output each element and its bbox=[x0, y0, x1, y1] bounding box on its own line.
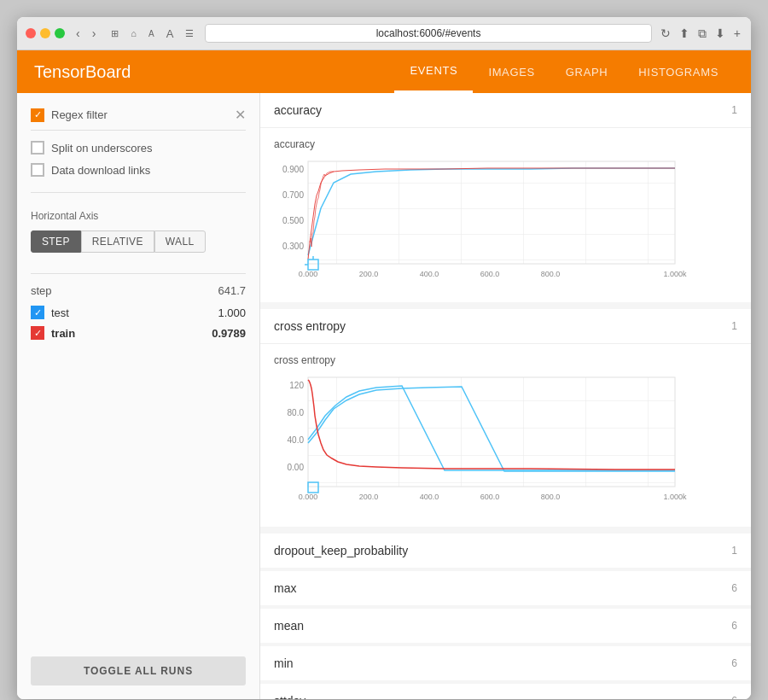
add-tab-icon[interactable]: + bbox=[732, 25, 742, 43]
split-underscores-row: Split on underscores bbox=[31, 141, 246, 155]
svg-text:800.0: 800.0 bbox=[541, 270, 561, 278]
filter-checkbox[interactable]: ✓ bbox=[31, 108, 44, 122]
nav-images[interactable]: IMAGES bbox=[473, 50, 550, 93]
check-icon: ✓ bbox=[34, 328, 42, 339]
split-underscores-checkbox[interactable] bbox=[31, 141, 44, 155]
svg-text:600.0: 600.0 bbox=[480, 493, 500, 501]
run-train-name: train bbox=[51, 327, 212, 340]
traffic-lights bbox=[26, 28, 65, 38]
tensorboard-header: TensorBoard EVENTS IMAGES GRAPH HISTOGRA… bbox=[17, 50, 751, 93]
address-bar[interactable]: localhost:6006/#events bbox=[205, 24, 651, 43]
download-icon[interactable]: ⬇ bbox=[713, 25, 727, 43]
cross-entropy-svg: 120 80.0 40.0 0.00 0.000 200.0 400.0 600… bbox=[274, 373, 692, 510]
svg-text:600.0: 600.0 bbox=[480, 270, 500, 278]
home-button[interactable]: ⌂ bbox=[126, 26, 141, 42]
dropout-header: dropout_keep_probability 1 bbox=[260, 534, 751, 568]
run-test-value: 1.000 bbox=[218, 306, 246, 319]
axis-buttons: STEP RELATIVE WALL bbox=[31, 230, 246, 253]
accuracy-section: accuracy 1 accuracy bbox=[260, 93, 751, 302]
cross-entropy-chart-container: cross entropy 120 80.0 bbox=[260, 344, 751, 527]
accuracy-chart: 0.900 0.700 0.500 0.300 0.000 200.0 400.… bbox=[274, 157, 737, 289]
axis-step-button[interactable]: STEP bbox=[31, 230, 81, 253]
nav-events[interactable]: EVENTS bbox=[394, 50, 473, 93]
svg-text:1.000k: 1.000k bbox=[663, 493, 687, 501]
horizontal-axis-title: Horizontal Axis bbox=[31, 210, 246, 222]
mean-section: mean 6 bbox=[260, 609, 751, 643]
stddev-count: 6 bbox=[731, 695, 737, 699]
cross-entropy-chart: 120 80.0 40.0 0.00 0.000 200.0 400.0 600… bbox=[274, 373, 737, 513]
svg-text:800.0: 800.0 bbox=[541, 493, 561, 501]
reader-button[interactable]: ☰ bbox=[181, 26, 198, 42]
min-count: 6 bbox=[731, 657, 737, 669]
maximize-button[interactable] bbox=[55, 28, 65, 38]
step-value: 641.7 bbox=[218, 284, 246, 297]
svg-text:200.0: 200.0 bbox=[359, 270, 379, 278]
nav-buttons: ‹ › bbox=[72, 25, 100, 42]
sidebar-spacer bbox=[31, 347, 246, 656]
step-label: step bbox=[31, 284, 52, 297]
filter-row: ✓ Regex filter ✕ bbox=[31, 107, 246, 131]
min-header: min 6 bbox=[260, 646, 751, 680]
run-train-value: 0.9789 bbox=[212, 327, 246, 340]
max-title: max bbox=[274, 581, 296, 595]
tb-body: ✓ Regex filter ✕ Split on underscores Da… bbox=[17, 93, 751, 699]
mean-header: mean 6 bbox=[260, 609, 751, 643]
check-icon: ✓ bbox=[34, 307, 42, 318]
stddev-header: sttdev 6 bbox=[260, 684, 751, 699]
browser-window: ‹ › ⊞ ⌂ A A ☰ localhost:6006/#events ↻ ⬆… bbox=[17, 17, 751, 699]
main-nav: EVENTS IMAGES GRAPH HISTOGRAMS bbox=[394, 50, 734, 93]
data-download-checkbox[interactable] bbox=[31, 163, 44, 177]
accuracy-title: accuracy bbox=[274, 103, 322, 117]
svg-text:120: 120 bbox=[289, 381, 304, 390]
accuracy-svg: 0.900 0.700 0.500 0.300 0.000 200.0 400.… bbox=[274, 157, 692, 285]
svg-text:400.0: 400.0 bbox=[420, 493, 439, 501]
cross-entropy-chart-title: cross entropy bbox=[274, 354, 737, 366]
toggle-all-runs-button[interactable]: TOGGLE ALL RUNS bbox=[31, 656, 246, 685]
svg-text:40.0: 40.0 bbox=[288, 435, 305, 445]
min-section: min 6 bbox=[260, 646, 751, 680]
refresh-icon[interactable]: ↻ bbox=[659, 25, 672, 43]
browser-chrome: ‹ › ⊞ ⌂ A A ☰ localhost:6006/#events ↻ ⬆… bbox=[17, 17, 751, 50]
mean-count: 6 bbox=[731, 620, 737, 632]
main-panel: accuracy 1 accuracy bbox=[260, 93, 751, 699]
filter-label: Regex filter bbox=[51, 108, 235, 121]
font-a-large[interactable]: A bbox=[162, 26, 178, 42]
cross-entropy-header: cross entropy 1 bbox=[260, 309, 751, 344]
divider-2 bbox=[31, 273, 246, 274]
filter-clear-button[interactable]: ✕ bbox=[235, 107, 246, 123]
run-test-checkbox[interactable]: ✓ bbox=[31, 306, 44, 319]
toolbar-icons: ↻ ⬆ ⧉ ⬇ + bbox=[659, 25, 742, 43]
step-header: step 641.7 bbox=[31, 284, 246, 297]
accuracy-chart-title: accuracy bbox=[274, 138, 737, 150]
tab-grid-button[interactable]: ⊞ bbox=[107, 26, 123, 42]
font-a-small[interactable]: A bbox=[144, 26, 159, 42]
accuracy-chart-container: accuracy 0.900 0.70 bbox=[260, 128, 751, 302]
run-test-name: test bbox=[51, 306, 218, 319]
dropout-section: dropout_keep_probability 1 bbox=[260, 534, 751, 568]
accuracy-count: 1 bbox=[731, 104, 737, 116]
divider-1 bbox=[31, 192, 246, 193]
minimize-button[interactable] bbox=[40, 28, 50, 38]
nav-graph[interactable]: GRAPH bbox=[550, 50, 623, 93]
run-train-row: ✓ train 0.9789 bbox=[31, 326, 246, 340]
svg-text:1.000k: 1.000k bbox=[663, 270, 687, 278]
back-button[interactable]: ‹ bbox=[72, 25, 84, 42]
data-download-row: Data download links bbox=[31, 163, 246, 177]
run-train-checkbox[interactable]: ✓ bbox=[31, 326, 44, 340]
axis-relative-button[interactable]: RELATIVE bbox=[81, 230, 154, 253]
duplicate-icon[interactable]: ⧉ bbox=[696, 25, 708, 43]
min-title: min bbox=[274, 656, 294, 670]
svg-text:0.000: 0.000 bbox=[299, 493, 318, 501]
share-icon[interactable]: ⬆ bbox=[678, 25, 691, 43]
nav-histograms[interactable]: HISTOGRAMS bbox=[623, 50, 734, 93]
svg-text:80.0: 80.0 bbox=[288, 408, 305, 417]
cross-entropy-section: cross entropy 1 cross entropy bbox=[260, 309, 751, 527]
svg-text:0.000: 0.000 bbox=[299, 270, 318, 278]
forward-button[interactable]: › bbox=[88, 25, 101, 42]
axis-wall-button[interactable]: WALL bbox=[154, 230, 206, 253]
dropout-count: 1 bbox=[731, 545, 737, 557]
max-section: max 6 bbox=[260, 571, 751, 605]
accuracy-header: accuracy 1 bbox=[260, 93, 751, 128]
close-button[interactable] bbox=[26, 28, 36, 38]
svg-text:0.500: 0.500 bbox=[282, 216, 304, 225]
